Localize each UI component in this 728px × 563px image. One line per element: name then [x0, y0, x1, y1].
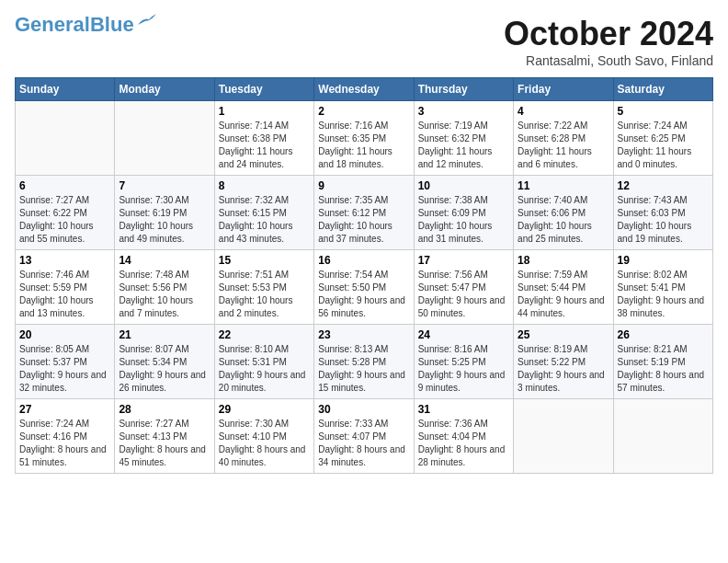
day-info: Sunrise: 7:46 AM Sunset: 5:59 PM Dayligh…: [19, 269, 110, 320]
day-number: 18: [518, 254, 609, 267]
title-area: October 2024 Rantasalmi, South Savo, Fin…: [504, 15, 713, 68]
header-wednesday: Wednesday: [314, 78, 414, 101]
day-info: Sunrise: 8:16 AM Sunset: 5:25 PM Dayligh…: [418, 343, 509, 395]
calendar-cell: 17Sunrise: 7:56 AM Sunset: 5:47 PM Dayli…: [414, 250, 513, 325]
day-info: Sunrise: 7:56 AM Sunset: 5:47 PM Dayligh…: [418, 269, 509, 320]
day-info: Sunrise: 7:59 AM Sunset: 5:44 PM Dayligh…: [518, 269, 609, 320]
calendar-cell: 7Sunrise: 7:30 AM Sunset: 6:19 PM Daylig…: [115, 176, 214, 250]
calendar-cell: 8Sunrise: 7:32 AM Sunset: 6:15 PM Daylig…: [214, 176, 313, 250]
day-number: 16: [318, 254, 409, 267]
calendar-cell: [613, 399, 712, 474]
day-info: Sunrise: 7:32 AM Sunset: 6:15 PM Dayligh…: [219, 194, 310, 246]
calendar-cell: 12Sunrise: 7:43 AM Sunset: 6:03 PM Dayli…: [613, 176, 712, 250]
day-number: 30: [318, 403, 409, 416]
day-info: Sunrise: 8:21 AM Sunset: 5:19 PM Dayligh…: [618, 343, 709, 395]
day-info: Sunrise: 7:30 AM Sunset: 6:19 PM Dayligh…: [119, 194, 210, 246]
calendar-cell: 21Sunrise: 8:07 AM Sunset: 5:34 PM Dayli…: [115, 325, 214, 399]
calendar-cell: 3Sunrise: 7:19 AM Sunset: 6:32 PM Daylig…: [414, 101, 513, 176]
day-number: 3: [418, 105, 509, 118]
day-number: 11: [518, 179, 609, 192]
logo-bird-icon: [136, 14, 156, 29]
day-info: Sunrise: 7:35 AM Sunset: 6:12 PM Dayligh…: [318, 194, 409, 246]
week-row-4: 20Sunrise: 8:05 AM Sunset: 5:37 PM Dayli…: [16, 325, 713, 399]
day-number: 8: [219, 179, 310, 192]
calendar-cell: [16, 101, 115, 176]
day-number: 5: [618, 105, 709, 118]
day-info: Sunrise: 7:27 AM Sunset: 6:22 PM Dayligh…: [19, 194, 110, 246]
day-number: 21: [119, 328, 210, 341]
calendar-cell: 13Sunrise: 7:46 AM Sunset: 5:59 PM Dayli…: [16, 250, 115, 325]
day-info: Sunrise: 8:05 AM Sunset: 5:37 PM Dayligh…: [19, 343, 110, 395]
day-number: 9: [318, 179, 409, 192]
day-info: Sunrise: 7:16 AM Sunset: 6:35 PM Dayligh…: [318, 120, 409, 171]
calendar-cell: 11Sunrise: 7:40 AM Sunset: 6:06 PM Dayli…: [514, 176, 613, 250]
header-row: SundayMondayTuesdayWednesdayThursdayFrid…: [16, 78, 713, 101]
logo-text: GeneralBlue: [15, 15, 134, 35]
day-number: 15: [219, 254, 310, 267]
header-sunday: Sunday: [16, 78, 115, 101]
day-number: 12: [618, 179, 709, 192]
day-number: 2: [318, 105, 409, 118]
calendar-cell: 5Sunrise: 7:24 AM Sunset: 6:25 PM Daylig…: [613, 101, 712, 176]
day-number: 19: [618, 254, 709, 267]
day-info: Sunrise: 7:30 AM Sunset: 4:10 PM Dayligh…: [219, 418, 310, 469]
week-row-3: 13Sunrise: 7:46 AM Sunset: 5:59 PM Dayli…: [16, 250, 713, 325]
calendar-cell: [115, 101, 214, 176]
calendar-cell: 9Sunrise: 7:35 AM Sunset: 6:12 PM Daylig…: [314, 176, 414, 250]
calendar-cell: 27Sunrise: 7:24 AM Sunset: 4:16 PM Dayli…: [16, 399, 115, 474]
day-info: Sunrise: 7:33 AM Sunset: 4:07 PM Dayligh…: [318, 418, 409, 469]
day-number: 26: [618, 328, 709, 341]
calendar-cell: 26Sunrise: 8:21 AM Sunset: 5:19 PM Dayli…: [613, 325, 712, 399]
header-saturday: Saturday: [613, 78, 712, 101]
calendar-cell: 24Sunrise: 8:16 AM Sunset: 5:25 PM Dayli…: [414, 325, 513, 399]
day-number: 17: [418, 254, 509, 267]
calendar-cell: 18Sunrise: 7:59 AM Sunset: 5:44 PM Dayli…: [514, 250, 613, 325]
day-info: Sunrise: 7:22 AM Sunset: 6:28 PM Dayligh…: [518, 120, 609, 171]
day-info: Sunrise: 7:40 AM Sunset: 6:06 PM Dayligh…: [518, 194, 609, 246]
calendar-cell: 10Sunrise: 7:38 AM Sunset: 6:09 PM Dayli…: [414, 176, 513, 250]
day-number: 31: [418, 403, 509, 416]
calendar-cell: 30Sunrise: 7:33 AM Sunset: 4:07 PM Dayli…: [314, 399, 414, 474]
calendar-cell: [514, 399, 613, 474]
day-number: 27: [19, 403, 110, 416]
day-info: Sunrise: 8:07 AM Sunset: 5:34 PM Dayligh…: [119, 343, 210, 395]
day-info: Sunrise: 7:38 AM Sunset: 6:09 PM Dayligh…: [418, 194, 509, 246]
calendar-cell: 31Sunrise: 7:36 AM Sunset: 4:04 PM Dayli…: [414, 399, 513, 474]
day-info: Sunrise: 8:13 AM Sunset: 5:28 PM Dayligh…: [318, 343, 409, 395]
calendar-cell: 1Sunrise: 7:14 AM Sunset: 6:38 PM Daylig…: [214, 101, 313, 176]
day-number: 14: [119, 254, 210, 267]
day-number: 24: [418, 328, 509, 341]
calendar-cell: 25Sunrise: 8:19 AM Sunset: 5:22 PM Dayli…: [514, 325, 613, 399]
header-monday: Monday: [115, 78, 214, 101]
day-info: Sunrise: 8:19 AM Sunset: 5:22 PM Dayligh…: [518, 343, 609, 395]
month-title: October 2024: [504, 15, 713, 53]
header-thursday: Thursday: [414, 78, 513, 101]
calendar-cell: 4Sunrise: 7:22 AM Sunset: 6:28 PM Daylig…: [514, 101, 613, 176]
day-info: Sunrise: 7:54 AM Sunset: 5:50 PM Dayligh…: [318, 269, 409, 320]
calendar-cell: 19Sunrise: 8:02 AM Sunset: 5:41 PM Dayli…: [613, 250, 712, 325]
calendar-cell: 22Sunrise: 8:10 AM Sunset: 5:31 PM Dayli…: [214, 325, 313, 399]
day-info: Sunrise: 7:27 AM Sunset: 4:13 PM Dayligh…: [119, 418, 210, 469]
day-number: 6: [19, 179, 110, 192]
header-friday: Friday: [514, 78, 613, 101]
day-info: Sunrise: 7:24 AM Sunset: 4:16 PM Dayligh…: [19, 418, 110, 469]
day-info: Sunrise: 7:43 AM Sunset: 6:03 PM Dayligh…: [618, 194, 709, 246]
day-number: 4: [518, 105, 609, 118]
day-number: 7: [119, 179, 210, 192]
calendar-cell: 16Sunrise: 7:54 AM Sunset: 5:50 PM Dayli…: [314, 250, 414, 325]
day-info: Sunrise: 7:36 AM Sunset: 4:04 PM Dayligh…: [418, 418, 509, 469]
day-number: 22: [219, 328, 310, 341]
day-number: 10: [418, 179, 509, 192]
day-number: 13: [19, 254, 110, 267]
week-row-5: 27Sunrise: 7:24 AM Sunset: 4:16 PM Dayli…: [16, 399, 713, 474]
day-info: Sunrise: 8:02 AM Sunset: 5:41 PM Dayligh…: [618, 269, 709, 320]
day-number: 20: [19, 328, 110, 341]
page-header: GeneralBlue October 2024 Rantasalmi, Sou…: [15, 15, 713, 68]
day-number: 25: [518, 328, 609, 341]
location-subtitle: Rantasalmi, South Savo, Finland: [504, 53, 713, 68]
calendar-cell: 6Sunrise: 7:27 AM Sunset: 6:22 PM Daylig…: [16, 176, 115, 250]
week-row-1: 1Sunrise: 7:14 AM Sunset: 6:38 PM Daylig…: [16, 101, 713, 176]
calendar-cell: 29Sunrise: 7:30 AM Sunset: 4:10 PM Dayli…: [214, 399, 313, 474]
calendar-cell: 15Sunrise: 7:51 AM Sunset: 5:53 PM Dayli…: [214, 250, 313, 325]
calendar-cell: 14Sunrise: 7:48 AM Sunset: 5:56 PM Dayli…: [115, 250, 214, 325]
